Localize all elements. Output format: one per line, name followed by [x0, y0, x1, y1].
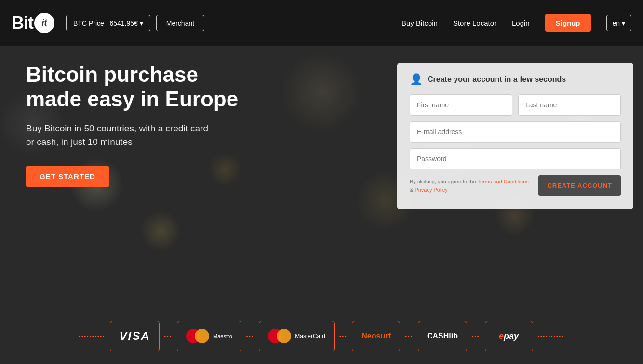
logo: Bit it [12, 13, 54, 33]
last-name-input[interactable] [518, 94, 621, 116]
hero-left: Bitcoin purchase made easy in Europe Buy… [14, 63, 397, 187]
payment-bar: •••••••••• VISA ••• Maestro ••• MasterCa… [0, 308, 643, 364]
logo-circle: it [34, 13, 54, 33]
logo-circle-text: it [42, 18, 47, 28]
email-input[interactable] [410, 121, 621, 143]
payment-card-neosurf: Neosurf [352, 321, 400, 351]
create-account-button[interactable]: CREATE ACCOUNT [538, 175, 621, 196]
hero-title: Bitcoin purchase made easy in Europe [26, 63, 397, 111]
person-icon: 👤 [410, 73, 423, 86]
mastercard-yellow-circle [277, 329, 291, 343]
merchant-button[interactable]: Merchant [156, 15, 204, 31]
form-header: 👤 Create your account in a few seconds [410, 73, 621, 86]
dots-2: ••• [160, 334, 177, 339]
name-row [410, 94, 621, 116]
payment-card-visa: VISA [110, 321, 159, 351]
mastercard-label: MasterCard [295, 333, 325, 339]
dots-6: ••• [467, 334, 485, 339]
form-footer: By clicking, you agree to the Terms and … [410, 175, 621, 196]
nav-right: Buy Bitcoin Store Locator Login Signup e… [402, 14, 631, 32]
btc-price-button[interactable]: BTC Price : 6541.95€ ▾ [66, 15, 150, 31]
neosurf-label: Neosurf [362, 332, 390, 340]
hero-title-line1: Bitcoin purchase [26, 63, 198, 86]
visa-label: VISA [119, 329, 150, 343]
payment-card-cashlib: CASHlib [418, 321, 467, 351]
payment-card-mastercard: MasterCard [259, 321, 335, 351]
nav-store-locator[interactable]: Store Locator [453, 19, 496, 27]
hero-subtitle: Buy Bitcoin in 50 countries, with a cred… [26, 122, 397, 148]
dots-right: •••••••••• [533, 334, 569, 339]
epay-label: epay [499, 331, 519, 341]
form-terms: By clicking, you agree to the Terms and … [410, 178, 532, 194]
payment-card-maestro: Maestro [177, 321, 241, 351]
dots-3: ••• [241, 334, 259, 339]
first-name-input[interactable] [410, 94, 512, 116]
header: Bit it BTC Price : 6541.95€ ▾ Merchant B… [0, 0, 643, 46]
dots-4: ••• [335, 334, 352, 339]
dots-5: ••• [400, 334, 418, 339]
cashlib-label: CASHlib [427, 332, 458, 340]
get-started-button[interactable]: GET STARTED [26, 166, 109, 187]
nav-login[interactable]: Login [512, 19, 530, 27]
payment-card-epay: epay [485, 321, 533, 351]
dots-left-1: •••••••••• [74, 334, 110, 339]
language-selector[interactable]: en ▾ [606, 15, 631, 31]
maestro-yellow-circle [195, 329, 209, 343]
terms-link[interactable]: Terms and Conditions [477, 179, 528, 184]
mastercard-circles [268, 329, 291, 343]
maestro-label: Maestro [213, 333, 232, 339]
nav-signup-button[interactable]: Signup [545, 14, 591, 32]
hero-title-line2: made easy in Europe [26, 87, 238, 111]
form-header-title: Create your account in a few seconds [428, 75, 566, 84]
hero-content: Bitcoin purchase made easy in Europe Buy… [14, 63, 643, 209]
nav-buy-bitcoin[interactable]: Buy Bitcoin [402, 19, 438, 27]
epay-e: e [499, 331, 504, 341]
signup-form: 👤 Create your account in a few seconds B… [397, 63, 633, 209]
privacy-link[interactable]: Privacy Policy [415, 187, 447, 193]
password-input[interactable] [410, 148, 621, 169]
maestro-circles [186, 329, 209, 343]
logo-text: Bit [12, 13, 33, 33]
